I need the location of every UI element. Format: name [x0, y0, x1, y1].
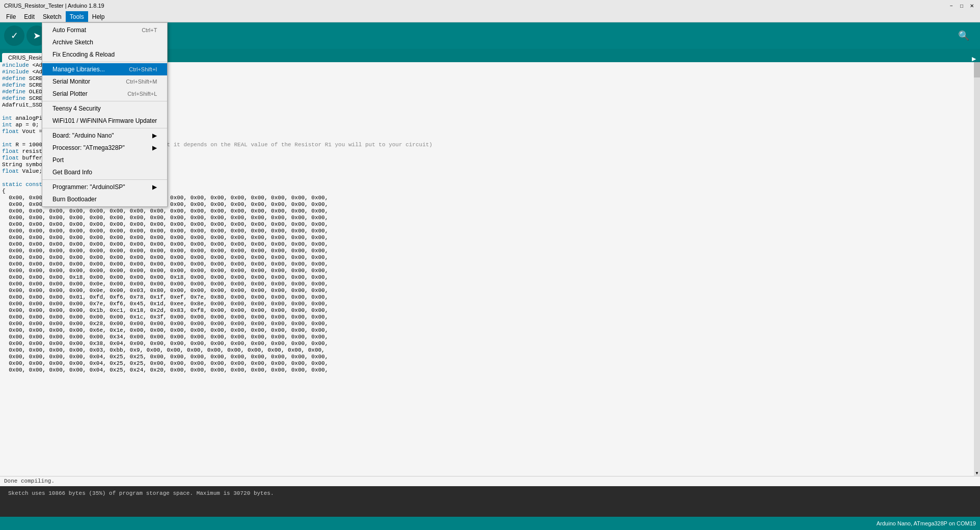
menu-item-archive-sketch[interactable]: Archive Sketch — [42, 36, 167, 48]
wifi-updater-label: WiFi101 / WiFiNINA Firmware Updater — [52, 117, 157, 124]
menu-item-fix-encoding[interactable]: Fix Encoding & Reload — [42, 48, 167, 61]
code-line-29: 0x00, 0x00, 0x00, 0x00, 0x00, 0x00, 0x00… — [0, 248, 974, 254]
fix-encoding-label: Fix Encoding & Reload — [52, 51, 115, 58]
board-label: Board: "Arduino Nano" — [52, 132, 114, 139]
separator-3 — [42, 128, 167, 128]
manage-libraries-shortcut: Ctrl+Shift+I — [129, 66, 157, 72]
scroll-right-button[interactable]: ▶ — [970, 56, 978, 62]
console-area: Done compiling. — [0, 476, 980, 486]
code-line-23: 0x00, 0x00, 0x00, 0x00, 0x00, 0x00, 0x00… — [0, 208, 974, 215]
burn-bootloader-label: Burn Bootloader — [52, 196, 97, 203]
menu-sketch[interactable]: Sketch — [39, 11, 66, 22]
scroll-down-arrow[interactable]: ▼ — [974, 470, 980, 476]
scrollbar-thumb[interactable] — [974, 62, 980, 77]
separator-1 — [42, 62, 167, 62]
code-line-24: 0x00, 0x00, 0x00, 0x00, 0x00, 0x00, 0x00… — [0, 215, 974, 221]
code-line-44: 0x00, 0x00, 0x00, 0x00, 0x03, 0xbb, 0x9,… — [0, 347, 974, 354]
auto-format-label: Auto Format — [52, 26, 86, 34]
serial-plotter-label: Serial Plotter — [52, 90, 88, 97]
code-line-30: 0x00, 0x00, 0x00, 0x00, 0x00, 0x00, 0x00… — [0, 254, 974, 261]
menu-item-manage-libraries[interactable]: Manage Libraries... Ctrl+Shift+I — [42, 63, 167, 75]
code-line-25: 0x00, 0x00, 0x00, 0x00, 0x00, 0x00, 0x00… — [0, 221, 974, 228]
serial-monitor-shortcut: Ctrl+Shift+M — [126, 78, 157, 85]
board-arrow-icon: ▶ — [152, 132, 157, 139]
verify-button[interactable]: ✓ — [4, 25, 24, 46]
processor-arrow-icon: ▶ — [152, 144, 157, 151]
code-line-33: 0x00, 0x00, 0x00, 0x18, 0x00, 0x00, 0x00… — [0, 274, 974, 281]
code-line-32: 0x00, 0x00, 0x00, 0x00, 0x00, 0x00, 0x00… — [0, 268, 974, 274]
menu-item-programmer[interactable]: Programmer: "ArduinoISP" ▶ — [42, 181, 167, 193]
manage-libraries-label: Manage Libraries... — [52, 66, 105, 73]
separator-2 — [42, 101, 167, 101]
menu-file[interactable]: File — [2, 11, 20, 22]
port-label: Port — [52, 156, 64, 164]
menu-item-port[interactable]: Port — [42, 154, 167, 166]
title-bar: CRIUS_Resistor_Tester | Arduino 1.8.19 −… — [0, 0, 980, 11]
code-line-28: 0x00, 0x00, 0x00, 0x00, 0x00, 0x00, 0x00… — [0, 241, 974, 248]
serial-plotter-shortcut: Ctrl+Shift+L — [127, 91, 157, 97]
code-line-45: 0x00, 0x00, 0x00, 0x00, 0x04, 0x25, 0x25… — [0, 354, 974, 360]
programmer-arrow-icon: ▶ — [152, 183, 157, 191]
separator-4 — [42, 179, 167, 180]
menu-item-board[interactable]: Board: "Arduino Nano" ▶ — [42, 129, 167, 142]
code-line-40: 0x00, 0x00, 0x00, 0x00, 0x28, 0x00, 0x00… — [0, 321, 974, 327]
get-board-info-label: Get Board Info — [52, 169, 92, 176]
code-line-47: 0x00, 0x00, 0x00, 0x00, 0x04, 0x25, 0x24… — [0, 367, 974, 374]
output-area: Sketch uses 10866 bytes (35%) of program… — [0, 486, 980, 517]
board-info: Arduino Nano, ATmega328P on COM19 — [877, 520, 976, 526]
code-line-39: 0x00, 0x00, 0x00, 0x00, 0x00, 0x00, 0x1c… — [0, 314, 974, 321]
processor-label: Processor: "ATmega328P" — [52, 144, 125, 151]
search-button[interactable]: 🔍 — [956, 28, 972, 44]
close-button[interactable]: ✕ — [968, 2, 976, 10]
menu-item-processor[interactable]: Processor: "ATmega328P" ▶ — [42, 142, 167, 154]
teensy-security-label: Teensy 4 Security — [52, 105, 101, 112]
code-line-34: 0x00, 0x00, 0x00, 0x00, 0x0e, 0x00, 0x00… — [0, 281, 974, 287]
console-status: Done compiling. — [4, 478, 55, 484]
menu-tools[interactable]: Tools — [66, 11, 88, 22]
code-line-31: 0x00, 0x00, 0x00, 0x00, 0x00, 0x00, 0x00… — [0, 261, 974, 268]
vertical-scrollbar[interactable] — [974, 62, 980, 476]
menu-item-wifi-updater[interactable]: WiFi101 / WiFiNINA Firmware Updater — [42, 115, 167, 127]
code-line-27: 0x00, 0x00, 0x00, 0x00, 0x00, 0x00, 0x00… — [0, 234, 974, 241]
menu-item-auto-format[interactable]: Auto Format Ctrl+T — [42, 24, 167, 36]
programmer-label: Programmer: "ArduinoISP" — [52, 183, 125, 191]
code-line-37: 0x00, 0x00, 0x00, 0x00, 0x7e, 0xf6, 0x45… — [0, 301, 974, 307]
code-line-26: 0x00, 0x00, 0x00, 0x00, 0x00, 0x00, 0x00… — [0, 228, 974, 234]
menu-item-get-board-info[interactable]: Get Board Info — [42, 166, 167, 178]
code-line-43: 0x00, 0x00, 0x00, 0x00, 0x38, 0x04, 0x00… — [0, 340, 974, 347]
status-bar: Arduino Nano, ATmega328P on COM19 — [0, 517, 980, 530]
serial-monitor-label: Serial Monitor — [52, 78, 90, 85]
menu-item-serial-monitor[interactable]: Serial Monitor Ctrl+Shift+M — [42, 75, 167, 88]
menu-item-burn-bootloader[interactable]: Burn Bootloader — [42, 193, 167, 205]
menu-item-teensy-security[interactable]: Teensy 4 Security — [42, 102, 167, 115]
menu-help[interactable]: Help — [88, 11, 109, 22]
window-controls: − □ ✕ — [947, 2, 976, 10]
auto-format-shortcut: Ctrl+T — [142, 27, 157, 33]
window-title: CRIUS_Resistor_Tester | Arduino 1.8.19 — [4, 3, 976, 9]
menu-bar: File Edit Sketch Tools Help — [0, 11, 980, 22]
maximize-button[interactable]: □ — [958, 2, 966, 10]
minimize-button[interactable]: − — [947, 2, 956, 10]
output-line: Sketch uses 10866 bytes (35%) of program… — [4, 488, 976, 498]
code-line-42: 0x00, 0x00, 0x00, 0x00, 0x00, 0x34, 0x00… — [0, 334, 974, 340]
code-line-35: 0x00, 0x00, 0x00, 0x00, 0x0e, 0x00, 0x03… — [0, 287, 974, 294]
menu-item-serial-plotter[interactable]: Serial Plotter Ctrl+Shift+L — [42, 88, 167, 100]
code-line-41: 0x00, 0x00, 0x00, 0x00, 0x6e, 0x1e, 0x00… — [0, 327, 974, 334]
code-line-46: 0x00, 0x00, 0x00, 0x00, 0x04, 0x25, 0x25… — [0, 360, 974, 367]
code-line-36: 0x00, 0x00, 0x00, 0x01, 0xfd, 0xf6, 0x78… — [0, 294, 974, 301]
tools-dropdown-menu: Auto Format Ctrl+T Archive Sketch Fix En… — [42, 22, 168, 207]
menu-edit[interactable]: Edit — [20, 11, 39, 22]
code-line-38: 0x00, 0x00, 0x00, 0x00, 0x1b, 0xc1, 0x18… — [0, 307, 974, 314]
archive-sketch-label: Archive Sketch — [52, 39, 93, 46]
